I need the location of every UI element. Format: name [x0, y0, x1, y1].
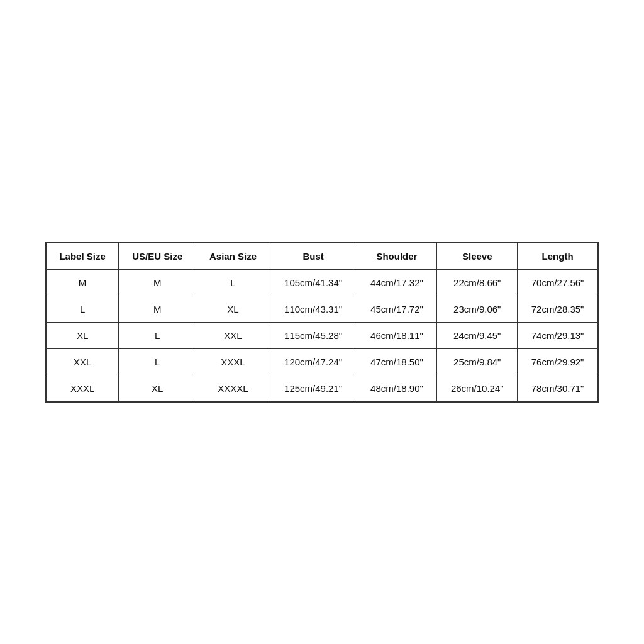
us-eu-size-cell: L — [119, 322, 196, 348]
col-header-label-size: Label Size — [47, 243, 119, 269]
length-cell: 74cm/29.13" — [518, 322, 598, 348]
table-row: XLLXXL115cm/45.28"46cm/18.11"24cm/9.45"7… — [47, 322, 598, 348]
table-row: MML105cm/41.34"44cm/17.32"22cm/8.66"70cm… — [47, 269, 598, 296]
length-cell: 72cm/28.35" — [518, 296, 598, 322]
size-chart-container: Label Size US/EU Size Asian Size Bust Sh… — [45, 242, 599, 402]
label-size-cell: XXXL — [47, 375, 119, 401]
bust-cell: 120cm/47.24" — [270, 348, 357, 375]
sleeve-cell: 22cm/8.66" — [437, 269, 518, 296]
label-size-cell: L — [47, 296, 119, 322]
asian-size-cell: XL — [196, 296, 270, 322]
label-size-cell: XL — [47, 322, 119, 348]
asian-size-cell: XXXL — [196, 348, 270, 375]
sleeve-cell: 23cm/9.06" — [437, 296, 518, 322]
table-header-row: Label Size US/EU Size Asian Size Bust Sh… — [47, 243, 598, 269]
table-row: XXLLXXXL120cm/47.24"47cm/18.50"25cm/9.84… — [47, 348, 598, 375]
bust-cell: 110cm/43.31" — [270, 296, 357, 322]
asian-size-cell: XXL — [196, 322, 270, 348]
size-chart-table: Label Size US/EU Size Asian Size Bust Sh… — [46, 243, 598, 402]
col-header-sleeve: Sleeve — [437, 243, 518, 269]
col-header-length: Length — [518, 243, 598, 269]
col-header-bust: Bust — [270, 243, 357, 269]
shoulder-cell: 48cm/18.90" — [357, 375, 437, 401]
label-size-cell: M — [47, 269, 119, 296]
shoulder-cell: 45cm/17.72" — [357, 296, 437, 322]
label-size-cell: XXL — [47, 348, 119, 375]
table-row: LMXL110cm/43.31"45cm/17.72"23cm/9.06"72c… — [47, 296, 598, 322]
col-header-asian-size: Asian Size — [196, 243, 270, 269]
us-eu-size-cell: M — [119, 269, 196, 296]
length-cell: 78cm/30.71" — [518, 375, 598, 401]
shoulder-cell: 46cm/18.11" — [357, 322, 437, 348]
bust-cell: 105cm/41.34" — [270, 269, 357, 296]
col-header-us-eu-size: US/EU Size — [119, 243, 196, 269]
length-cell: 76cm/29.92" — [518, 348, 598, 375]
asian-size-cell: XXXXL — [196, 375, 270, 401]
sleeve-cell: 26cm/10.24" — [437, 375, 518, 401]
col-header-shoulder: Shoulder — [357, 243, 437, 269]
shoulder-cell: 47cm/18.50" — [357, 348, 437, 375]
bust-cell: 115cm/45.28" — [270, 322, 357, 348]
us-eu-size-cell: M — [119, 296, 196, 322]
sleeve-cell: 24cm/9.45" — [437, 322, 518, 348]
us-eu-size-cell: L — [119, 348, 196, 375]
sleeve-cell: 25cm/9.84" — [437, 348, 518, 375]
asian-size-cell: L — [196, 269, 270, 296]
us-eu-size-cell: XL — [119, 375, 196, 401]
shoulder-cell: 44cm/17.32" — [357, 269, 437, 296]
table-row: XXXLXLXXXXL125cm/49.21"48cm/18.90"26cm/1… — [47, 375, 598, 401]
length-cell: 70cm/27.56" — [518, 269, 598, 296]
bust-cell: 125cm/49.21" — [270, 375, 357, 401]
